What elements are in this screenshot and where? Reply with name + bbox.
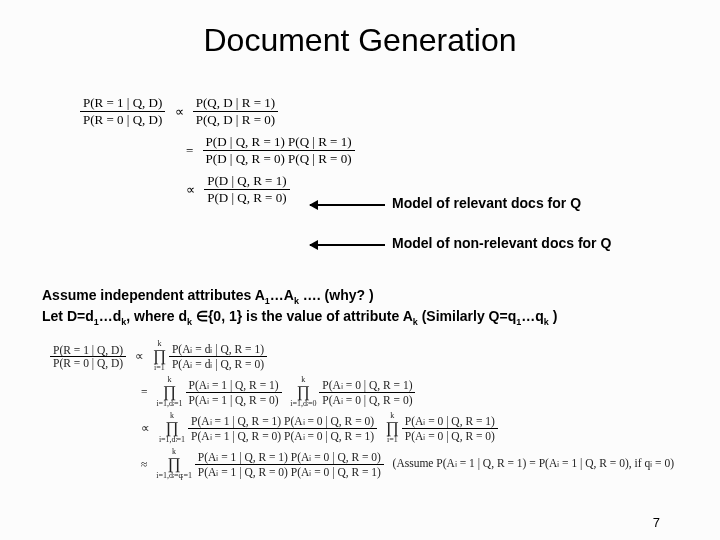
arrow-nonrelevant — [310, 244, 385, 246]
label-nonrelevant: Model of non-relevant docs for Q — [392, 235, 611, 251]
eq1-row1: P(R = 1 | Q, D) P(R = 0 | Q, D) ∝ P(Q, D… — [80, 95, 460, 128]
label-relevant: Model of relevant docs for Q — [392, 195, 581, 211]
eq2-row1: P(R = 1 | Q, D) P(R = 0 | Q, D) ∝ k∏i=1 … — [50, 340, 690, 372]
page-number: 7 — [653, 515, 660, 530]
eq2-row2: = k∏i=1,dᵢ=1 P(Aᵢ = 1 | Q, R = 1) P(Aᵢ =… — [50, 376, 690, 408]
arrow-relevant — [310, 204, 385, 206]
slide-title: Document Generation — [0, 22, 720, 59]
eq2-row4: ≈ k∏i=1,dᵢ=qᵢ=1 P(Aᵢ = 1 | Q, R = 1) P(A… — [50, 448, 690, 480]
assumption-text: Assume independent attributes A1…Ak …. (… — [42, 286, 712, 328]
equation-block-2: P(R = 1 | Q, D) P(R = 0 | Q, D) ∝ k∏i=1 … — [50, 340, 690, 484]
eq1-row2: = P(D | Q, R = 1) P(Q | R = 1) P(D | Q, … — [80, 134, 460, 167]
eq2-row3: ∝ k∏i=1,dᵢ=1 P(Aᵢ = 1 | Q, R = 1) P(Aᵢ =… — [50, 412, 690, 444]
